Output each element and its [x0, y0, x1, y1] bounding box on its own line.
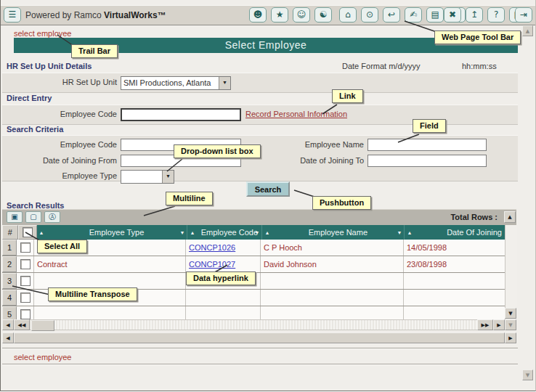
select-all-checkbox[interactable] [23, 227, 33, 237]
section-heading-direct-entry: Direct Entry [7, 94, 52, 102]
page-scroll-up-icon[interactable]: ▲ [522, 25, 533, 36]
employee-code-cell: CONCP1027 [186, 256, 261, 272]
scroll-left-icon[interactable]: ◀ [2, 332, 14, 343]
home-icon[interactable]: ⌂ [339, 7, 357, 23]
date-of-joining-cell: 23/08/1998 [404, 256, 505, 272]
page-next-icon[interactable]: ▶ [493, 319, 505, 330]
column-header-employee-name[interactable]: ▲ Employee Name ▼ [262, 225, 405, 240]
callout-multiline: Multiline [166, 192, 213, 205]
pagination-thumb[interactable] [31, 320, 54, 331]
employee-code-link[interactable]: CONCP1026 [189, 243, 235, 252]
user-icon[interactable]: ☻ [249, 7, 267, 23]
sort-asc-icon[interactable]: ▲ [39, 230, 44, 235]
pagination-track[interactable] [30, 319, 477, 330]
team-icon[interactable]: ☯ [314, 7, 332, 23]
horizontal-scrollbar: ◀ ▶ [2, 332, 516, 343]
record-personal-information-link[interactable]: Record Personal Information [245, 110, 347, 118]
upload-icon[interactable]: ↥ [466, 7, 483, 23]
employee-name-input[interactable] [368, 139, 487, 151]
row-checkbox[interactable] [20, 309, 31, 319]
row-checkbox[interactable] [20, 293, 31, 303]
employee-code-direct-label: Employee Code [2, 110, 117, 118]
time-format-text: hh:mm:ss [462, 62, 505, 70]
callout-link: Link [332, 89, 363, 103]
grid-scroll-down-icon[interactable]: ▼ [505, 308, 516, 319]
signature-icon[interactable]: ✍ [405, 7, 422, 23]
filter-icon[interactable]: ▼ [254, 230, 259, 235]
exit-icon[interactable]: ⇥ [515, 7, 532, 23]
employee-type-select[interactable]: ▼ [121, 170, 174, 184]
column-header-employee-type[interactable]: ▲ Employee Type ▼ [37, 225, 188, 240]
search-button[interactable]: Search [246, 181, 290, 197]
date-of-joining-cell: 14/05/1998 [404, 240, 505, 256]
employee-code-link[interactable]: CONCP1027 [189, 260, 235, 269]
page-previous-icon[interactable]: ◀ [2, 319, 14, 330]
row-number-cell[interactable]: 1 [2, 240, 17, 256]
row-checkbox[interactable] [20, 259, 31, 269]
grid-toolbar: ▣ ▢ Ⓐ Total Rows : ▲ [2, 209, 516, 226]
scroll-down-icon[interactable]: ▼ [505, 319, 516, 330]
trail-bar-link-top[interactable]: select employee [14, 29, 72, 38]
sort-asc-icon[interactable]: ▲ [190, 230, 195, 235]
employee-name-cell [261, 290, 404, 306]
employee-type-cell: Contract [34, 256, 186, 272]
powered-by-text: Powered by Ramco VirtualWorks™ [25, 10, 166, 20]
filter-icon[interactable]: ▼ [397, 230, 402, 235]
select-all-header-cell [18, 225, 37, 240]
row-checkbox-cell [17, 240, 34, 256]
hr-set-up-unit-select[interactable]: SMI Productions, Atlanta ▼ [121, 76, 231, 90]
row-number-cell[interactable]: 4 [2, 290, 17, 306]
date-of-joining-to-label: Date of Joining To [249, 156, 364, 165]
row-checkbox-cell [17, 256, 34, 272]
column-header-date-of-joining[interactable]: ▲ Date Of Joining [405, 225, 505, 240]
employee-code-direct-input[interactable] [121, 108, 241, 121]
chevron-down-icon[interactable]: ▼ [162, 171, 174, 183]
key-icon[interactable]: ⊙ [361, 7, 378, 23]
grid-vertical-scrollbar[interactable] [505, 225, 517, 319]
date-of-joining-to-input[interactable] [368, 155, 487, 167]
callout-pushbutton: Pushbutton [312, 196, 371, 210]
print-icon[interactable]: ▣ [7, 211, 23, 223]
row-number-cell[interactable]: 3 [2, 273, 17, 289]
employee-name-label: Employee Name [249, 140, 364, 149]
scroll-right-icon[interactable]: ▶ [505, 332, 516, 343]
filter-icon[interactable]: ▼ [180, 230, 185, 235]
hr-setup-band: HR Set Up Unit SMI Productions, Atlanta … [2, 73, 518, 93]
new-document-icon[interactable]: ▢ [25, 211, 41, 223]
trail-bar-link-bottom[interactable]: select employee [14, 353, 72, 362]
find-icon[interactable]: Ⓐ [44, 211, 60, 223]
divider [2, 364, 518, 365]
powered-prefix: Powered by Ramco [25, 10, 104, 20]
row-checkbox-cell [17, 290, 34, 306]
callout-multiline-transpose: Multiline Transpose [48, 287, 137, 301]
column-label: Employee Type [46, 228, 187, 237]
row-number-cell[interactable]: 2 [2, 256, 17, 272]
row-number-header[interactable]: # [2, 225, 18, 240]
chevron-down-icon[interactable]: ▼ [219, 77, 230, 89]
search-criteria-band: Employee Code Employee Name Date of Join… [2, 135, 518, 181]
callout-select-all: Select All [37, 240, 87, 253]
toolbar-group-user: ☻ ★ ☺ ☯ [249, 6, 334, 25]
employee-type-label: Employee Type [2, 171, 117, 180]
page-last-icon[interactable]: ▶▶ [477, 319, 493, 330]
page-first-icon[interactable]: ◀◀ [14, 319, 30, 330]
sort-asc-icon[interactable]: ▲ [407, 230, 412, 235]
callout-trail-bar: Trail Bar [71, 44, 118, 58]
favorites-star-icon[interactable]: ★ [271, 7, 288, 23]
horizontal-scroll-thumb[interactable] [14, 332, 505, 343]
column-header-employee-code[interactable]: ▲ Employee Code ▼ [187, 225, 262, 240]
organizer-icon[interactable]: ☰ [4, 7, 21, 23]
document-icon[interactable]: ▤ [426, 7, 444, 23]
close-icon[interactable]: ✖ [444, 7, 461, 23]
row-checkbox[interactable] [20, 242, 31, 253]
row-checkbox[interactable] [20, 276, 31, 286]
user-note-icon[interactable]: ☺ [293, 7, 310, 23]
table-header-row: # ▲ Employee Type ▼ ▲ Employee Code ▼ ▲ … [2, 225, 505, 240]
sort-asc-icon[interactable]: ▲ [264, 230, 269, 235]
undo-icon[interactable]: ↩ [383, 7, 400, 23]
page-scroll-down-icon[interactable]: ▼ [522, 369, 533, 380]
date-format-text: Date Format m/d/yyyy [342, 62, 429, 70]
section-heading-search-criteria: Search Criteria [7, 125, 63, 134]
grid-scroll-up-icon[interactable]: ▲ [504, 211, 516, 223]
help-icon[interactable]: ? [487, 7, 505, 23]
